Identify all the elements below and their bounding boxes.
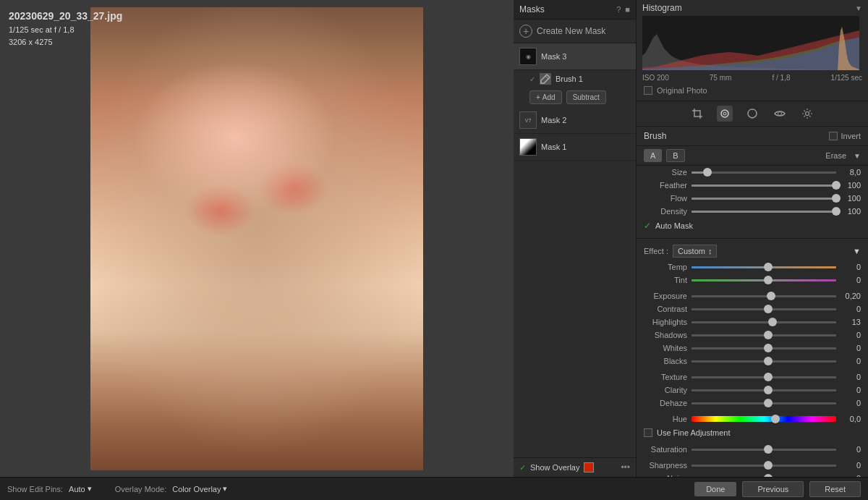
mask-3-item[interactable]: ◉ Mask 3: [514, 43, 636, 70]
invert-checkbox[interactable]: [829, 132, 838, 140]
overlay-color-box[interactable]: [584, 462, 594, 473]
subtract-button[interactable]: Subtract: [566, 90, 606, 104]
exposure-row: Exposure 0,20: [637, 289, 868, 302]
contrast-row: Contrast 0: [637, 302, 868, 315]
add-button[interactable]: + Add: [529, 90, 562, 104]
auto-mask-label: Auto Mask: [655, 221, 693, 230]
histogram-chart: [642, 16, 859, 70]
brush-title: Brush: [644, 131, 666, 141]
shadows-slider[interactable]: [692, 334, 836, 336]
masks-panel: Masks ? ■ + Create New Mask ◉: [514, 0, 637, 477]
overlay-mode-dropdown[interactable]: Color Overlay ▾: [172, 484, 227, 493]
histogram-collapse-icon[interactable]: ▼: [855, 4, 862, 12]
noise-row: Noise 0: [637, 472, 868, 477]
mask-1-thumb: [519, 138, 537, 156]
heal-tool-icon[interactable]: [717, 106, 733, 122]
mask-2-thumb: V7: [519, 111, 537, 129]
masks-expand-icon[interactable]: ■: [625, 5, 630, 14]
saturation-slider[interactable]: [692, 449, 836, 451]
show-edit-pins-arrow: ▾: [88, 484, 92, 493]
hue-value: 0,0: [841, 415, 861, 423]
effect-collapse-icon[interactable]: ▼: [853, 247, 861, 255]
dehaze-label: Dehaze: [644, 399, 687, 407]
shadows-label: Shadows: [644, 331, 687, 339]
brush-1-submask[interactable]: ✓ Brush 1: [524, 70, 636, 88]
overlay-menu-icon[interactable]: •••: [621, 462, 630, 473]
masks-header: Masks ? ■: [514, 0, 636, 20]
tint-label: Tint: [644, 276, 687, 284]
exposure-slider[interactable]: [692, 295, 836, 297]
create-mask-button[interactable]: + Create New Mask: [514, 20, 636, 43]
photo-dimensions: 3206 x 4275: [9, 36, 122, 48]
saturation-value: 0: [841, 445, 861, 454]
temp-slider[interactable]: [692, 266, 836, 268]
histogram-focal: 75 mm: [710, 74, 732, 82]
tool-icons-row: [637, 101, 868, 127]
svg-point-7: [723, 112, 726, 115]
sharpness-label: Sharpness: [644, 461, 687, 470]
highlights-slider[interactable]: [692, 321, 836, 323]
a-button[interactable]: A: [644, 149, 662, 162]
mask-1-header: Mask 1: [519, 138, 630, 156]
add-label: Add: [542, 93, 556, 101]
mask-1-item[interactable]: Mask 1: [514, 134, 636, 161]
contrast-slider[interactable]: [692, 308, 836, 310]
brush-1-icon: [540, 73, 551, 85]
texture-slider[interactable]: [692, 376, 836, 378]
fine-adj-checkbox[interactable]: [644, 428, 652, 437]
bottom-bar: Show Edit Pins: Auto ▾ Overlay Mode: Col…: [0, 477, 868, 500]
masks-question-icon[interactable]: ?: [616, 5, 621, 14]
hue-slider[interactable]: [692, 416, 836, 422]
original-photo-checkbox[interactable]: [644, 86, 652, 95]
reset-button[interactable]: Reset: [809, 481, 861, 497]
eye-tool-icon[interactable]: [772, 106, 788, 122]
invert-row: Invert: [829, 132, 861, 140]
whites-row: Whites 0: [637, 342, 868, 355]
effect-dropdown[interactable]: Custom ↕: [673, 245, 717, 258]
effect-value: Custom: [678, 247, 705, 255]
overlay-mode-arrow: ▾: [223, 484, 227, 493]
mask-3-header: ◉ Mask 3: [519, 48, 630, 65]
erase-dropdown-icon[interactable]: ▼: [854, 152, 861, 160]
density-row: Density 100: [637, 205, 868, 218]
clarity-slider[interactable]: [692, 389, 836, 391]
mask-tool-icon[interactable]: [744, 106, 760, 122]
blacks-slider[interactable]: [692, 360, 836, 363]
crop-tool-icon[interactable]: [689, 106, 705, 122]
feather-slider[interactable]: [692, 185, 836, 187]
clarity-row: Clarity 0: [637, 384, 868, 397]
size-label: Size: [644, 168, 687, 177]
photo-container: [90, 7, 423, 470]
density-slider[interactable]: [692, 211, 836, 213]
whites-label: Whites: [644, 344, 687, 352]
settings-tool-icon[interactable]: [799, 106, 815, 122]
original-photo-label: Original Photo: [657, 86, 707, 95]
flow-slider[interactable]: [692, 198, 836, 200]
done-button[interactable]: Done: [694, 482, 736, 496]
density-value: 100: [841, 207, 861, 216]
show-overlay-label: Show Overlay: [530, 463, 579, 472]
show-edit-pins-dropdown[interactable]: Auto ▾: [69, 484, 92, 493]
feather-row: Feather 100: [637, 179, 868, 192]
feather-label: Feather: [644, 181, 687, 190]
sharpness-slider[interactable]: [692, 465, 836, 467]
b-button[interactable]: B: [666, 149, 684, 162]
add-subtract-row: + Add Subtract: [524, 88, 636, 107]
flow-row: Flow 100: [637, 192, 868, 205]
erase-label: Erase: [825, 151, 846, 160]
size-slider[interactable]: [692, 171, 836, 174]
previous-button[interactable]: Previous: [742, 481, 804, 497]
histogram-iso: ISO 200: [642, 74, 669, 82]
whites-slider[interactable]: [692, 347, 836, 349]
tint-slider[interactable]: [692, 279, 836, 281]
show-edit-pins-value: Auto: [69, 485, 85, 493]
dehaze-slider[interactable]: [692, 402, 836, 404]
sharpness-row: Sharpness 0: [637, 459, 868, 472]
tint-value: 0: [841, 276, 861, 284]
blacks-value: 0: [841, 357, 861, 365]
auto-mask-check-icon: ✓: [644, 221, 651, 231]
mask-2-item[interactable]: V7 Mask 2: [514, 107, 636, 134]
blacks-row: Blacks 0: [637, 355, 868, 368]
invert-label: Invert: [841, 132, 861, 140]
histogram-section: Histogram ▼: [637, 0, 868, 101]
